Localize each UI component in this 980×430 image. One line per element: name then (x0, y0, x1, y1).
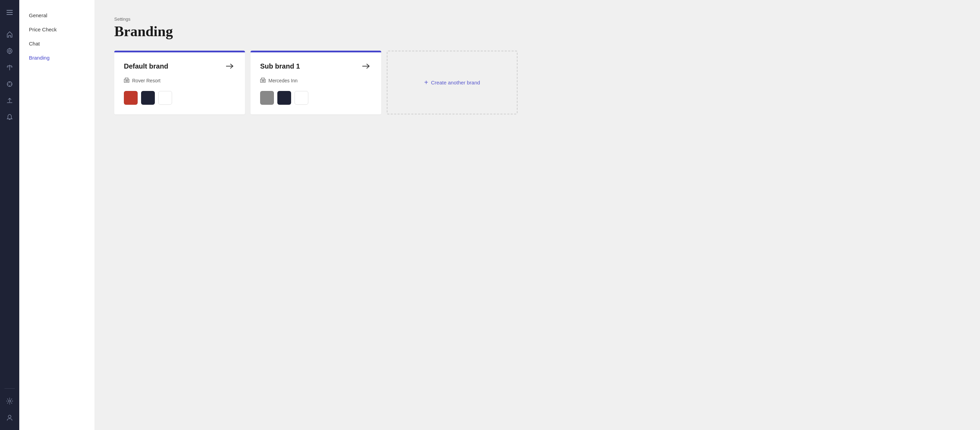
default-brand-swatches (124, 91, 235, 105)
sub-brand-1-arrow[interactable] (361, 61, 372, 72)
svg-rect-0 (6, 10, 13, 11)
swatch-dark2[interactable] (277, 91, 291, 105)
default-brand-card: Default brand (114, 51, 245, 114)
user-icon[interactable] (3, 411, 16, 425)
swatch-dark[interactable] (141, 91, 155, 105)
create-brand-label: Create another brand (431, 80, 480, 85)
sub-brand-1-hotel-row: Mercedes Inn (260, 77, 372, 84)
menu-icon[interactable] (3, 5, 16, 19)
svg-point-14 (9, 400, 11, 402)
sidebar-item-price-check[interactable]: Price Check (19, 22, 95, 37)
swatch-white-2[interactable] (294, 91, 308, 105)
plus-icon: + (424, 78, 428, 86)
default-brand-title: Default brand (124, 62, 168, 70)
create-brand-card[interactable]: + Create another brand (387, 51, 517, 114)
svg-rect-19 (127, 80, 128, 81)
settings-label: Settings (114, 16, 961, 22)
sidebar-item-general[interactable]: General (19, 8, 95, 22)
page-title: Branding (114, 23, 961, 40)
swatch-gray[interactable] (260, 91, 274, 105)
text-sidebar: General Price Check Chat Branding (19, 0, 95, 430)
settings-icon[interactable] (3, 394, 16, 408)
main-content: Settings Branding Default brand (95, 0, 980, 430)
default-brand-hotel-row: Rover Resort (124, 77, 235, 84)
brands-container: Default brand (114, 51, 961, 114)
sub-brand-1-hotel-name: Mercedes Inn (269, 78, 298, 83)
hotel-icon-default (124, 77, 129, 84)
svg-point-3 (7, 49, 12, 53)
svg-point-4 (9, 50, 11, 52)
icon-sidebar (0, 0, 19, 430)
svg-rect-2 (6, 14, 13, 15)
svg-rect-18 (126, 80, 127, 81)
svg-rect-1 (6, 12, 13, 13)
sub-brand-1-title: Sub brand 1 (260, 62, 300, 70)
bell-icon[interactable] (3, 110, 16, 124)
upload-icon[interactable] (3, 94, 16, 107)
svg-rect-22 (262, 80, 263, 81)
sub-brand-1-card: Sub brand 1 (250, 51, 381, 114)
default-brand-arrow[interactable] (224, 61, 235, 72)
sidebar-item-branding[interactable]: Branding (19, 51, 95, 65)
sub-brand-1-swatches (260, 91, 372, 105)
target-icon[interactable] (3, 44, 16, 58)
swatch-red[interactable] (124, 91, 138, 105)
home-icon[interactable] (3, 27, 16, 42)
crosshair-icon[interactable] (3, 77, 16, 91)
sidebar-item-chat[interactable]: Chat (19, 37, 95, 51)
hotel-icon-sub1 (260, 77, 266, 84)
svg-rect-23 (263, 80, 264, 81)
balance-icon[interactable] (3, 61, 16, 74)
svg-point-15 (8, 415, 11, 418)
swatch-white[interactable] (158, 91, 172, 105)
default-brand-hotel-name: Rover Resort (132, 78, 160, 83)
